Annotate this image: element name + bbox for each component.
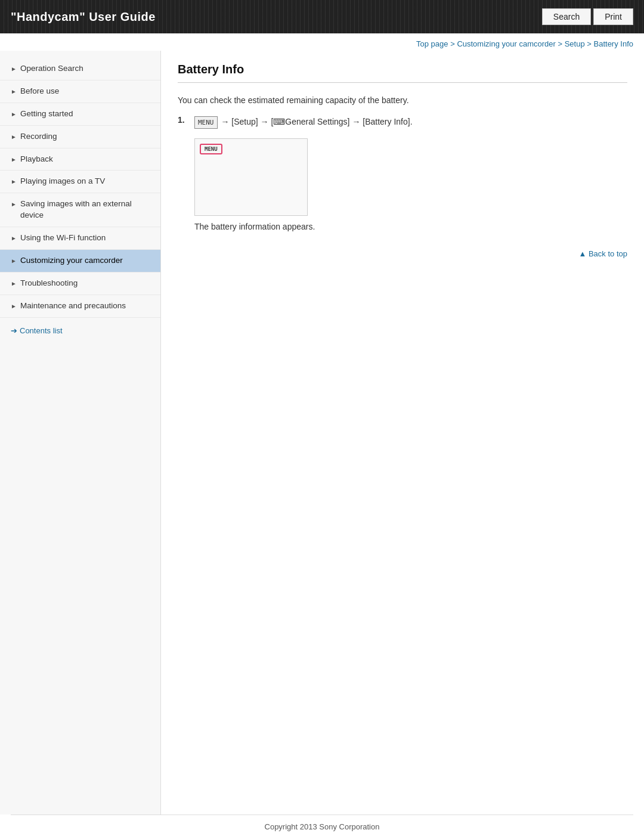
breadcrumb-sep1: >: [450, 39, 457, 48]
arrow-right-icon: ➔: [11, 326, 17, 335]
sidebar-item-label: Troubleshooting: [20, 278, 152, 289]
sidebar-item-recording[interactable]: ► Recording: [0, 126, 160, 148]
chevron-right-icon: ►: [11, 88, 17, 96]
search-button[interactable]: Search: [542, 8, 591, 25]
sidebar-item-troubleshooting[interactable]: ► Troubleshooting: [0, 272, 160, 295]
content-description: You can check the estimated remaining ca…: [178, 94, 627, 107]
sidebar-item-label: Saving images with an external device: [20, 199, 152, 221]
step-content: MENU → [Setup] → [⌨General Settings] → […: [194, 115, 627, 129]
page-title: Battery Info: [178, 63, 627, 83]
chevron-right-icon: ►: [11, 178, 17, 186]
back-to-top[interactable]: ▲ Back to top: [178, 249, 627, 258]
back-to-top-link[interactable]: ▲ Back to top: [578, 249, 627, 258]
header: "Handycam" User Guide Search Print: [0, 0, 644, 33]
contents-list-anchor[interactable]: ➔ Contents list: [11, 326, 152, 335]
step-number: 1.: [178, 115, 190, 125]
sidebar-item-label: Customizing your camcorder: [20, 255, 152, 267]
contents-list-link[interactable]: ➔ Contents list: [0, 318, 160, 337]
screenshot-image: MENU: [194, 138, 308, 216]
header-buttons: Search Print: [542, 8, 633, 25]
breadcrumb-sep3: >: [587, 39, 593, 48]
chevron-right-icon: ►: [11, 133, 17, 141]
breadcrumb-sep2: >: [558, 39, 564, 48]
sidebar-item-label: Playback: [20, 154, 152, 165]
sidebar-item-maintenance[interactable]: ► Maintenance and precautions: [0, 295, 160, 318]
sidebar-item-before-use[interactable]: ► Before use: [0, 80, 160, 103]
sidebar-item-getting-started[interactable]: ► Getting started: [0, 103, 160, 126]
sidebar-item-playback[interactable]: ► Playback: [0, 148, 160, 171]
print-button[interactable]: Print: [593, 8, 633, 25]
menu-key: MENU: [194, 116, 218, 129]
main-layout: ► Operation Search ► Before use ► Gettin…: [0, 51, 644, 815]
sidebar-item-operation-search[interactable]: ► Operation Search: [0, 58, 160, 80]
sidebar-item-wifi[interactable]: ► Using the Wi-Fi function: [0, 227, 160, 250]
breadcrumb-current: Battery Info: [594, 39, 633, 48]
site-title: "Handycam" User Guide: [11, 10, 156, 24]
sidebar-item-label: Operation Search: [20, 63, 152, 75]
sidebar: ► Operation Search ► Before use ► Gettin…: [0, 51, 161, 815]
footer: Copyright 2013 Sony Corporation: [0, 815, 644, 833]
copyright-text: Copyright 2013 Sony Corporation: [265, 822, 380, 831]
sidebar-item-label: Playing images on a TV: [20, 176, 152, 187]
sidebar-item-playing-images-tv[interactable]: ► Playing images on a TV: [0, 171, 160, 193]
sidebar-item-label: Recording: [20, 131, 152, 143]
sidebar-item-label: Getting started: [20, 109, 152, 120]
chevron-right-icon: ►: [11, 65, 17, 73]
breadcrumb-setup[interactable]: Setup: [565, 39, 585, 48]
back-to-top-label: Back to top: [589, 249, 627, 258]
sidebar-item-label: Using the Wi-Fi function: [20, 233, 152, 244]
breadcrumb-customizing[interactable]: Customizing your camcorder: [457, 39, 555, 48]
chevron-right-icon: ►: [11, 110, 17, 119]
chevron-right-icon: ►: [11, 200, 17, 209]
chevron-right-icon: ►: [11, 280, 17, 288]
content-area: Battery Info You can check the estimated…: [161, 51, 644, 815]
sidebar-item-label: Before use: [20, 86, 152, 97]
sidebar-item-customizing[interactable]: ► Customizing your camcorder: [0, 250, 160, 272]
menu-button-img: MENU: [200, 144, 222, 154]
breadcrumb: Top page > Customizing your camcorder > …: [0, 33, 644, 51]
chevron-right-icon: ►: [11, 302, 17, 311]
sidebar-item-label: Maintenance and precautions: [20, 301, 152, 312]
battery-appears-text: The battery information appears.: [194, 222, 627, 231]
step-1: 1. MENU → [Setup] → [⌨General Settings] …: [178, 115, 627, 129]
contents-list-label: Contents list: [20, 326, 63, 335]
chevron-right-icon: ►: [11, 234, 17, 243]
breadcrumb-top[interactable]: Top page: [416, 39, 448, 48]
step-instruction: → [Setup] → [⌨General Settings] → [Batte…: [221, 117, 412, 126]
sidebar-item-saving-images[interactable]: ► Saving images with an external device: [0, 193, 160, 227]
chevron-right-icon: ►: [11, 156, 17, 164]
triangle-up-icon: ▲: [578, 249, 586, 258]
chevron-right-icon: ►: [11, 257, 17, 265]
